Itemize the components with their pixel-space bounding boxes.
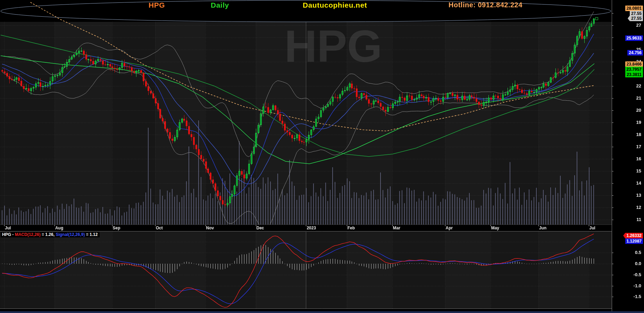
price-chart-canvas[interactable] xyxy=(0,0,644,313)
macd-title-signal-value: = 1.12 xyxy=(85,232,98,237)
macd-title-macd-value: = 1.26, xyxy=(41,232,56,237)
chart-window: HPG Daily Dautucophieu.net Hotline: 0912… xyxy=(0,0,644,313)
macd-title-symbol: HPG - xyxy=(2,232,15,237)
macd-title-macd: MACD(12,26) xyxy=(15,232,41,237)
macd-title-signal: Signal(12,26,9) xyxy=(56,232,85,237)
macd-indicator-title: HPG - MACD(12,26) = 1.26, Signal(12,26,9… xyxy=(1,232,100,237)
